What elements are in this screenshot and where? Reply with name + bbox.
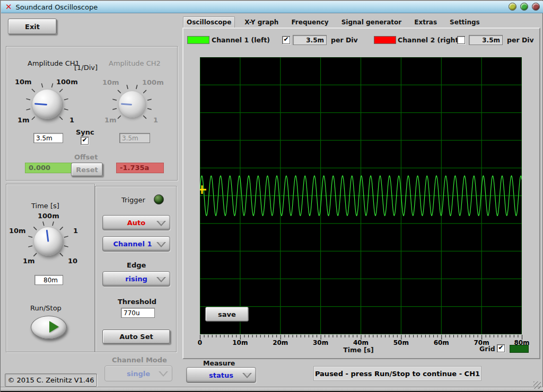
save-button[interactable]: save xyxy=(205,307,249,322)
app-window: ✕ Soundcard Oscilloscope Exit Amplitude … xyxy=(0,0,543,392)
run-stop-label: Run/Stop xyxy=(30,304,62,312)
check-icon: ✔ xyxy=(498,344,503,351)
grid-color-swatch xyxy=(510,345,529,353)
channel1-enable-checkbox[interactable]: ✔ xyxy=(282,36,290,44)
measure-label: Measure xyxy=(203,359,235,367)
maximize-button-icon[interactable] xyxy=(520,3,528,11)
play-icon xyxy=(49,321,59,333)
dropdown-arrow-icon xyxy=(159,371,168,377)
tab-frequency[interactable]: Frequency xyxy=(288,17,331,28)
trigger-group xyxy=(95,186,177,352)
copyright-label: © 2015 C. Zeitnitz V1.46 xyxy=(5,373,97,387)
dropdown-arrow-icon xyxy=(242,373,252,378)
exit-button[interactable]: Exit xyxy=(8,19,57,34)
ch1-scale-1: 1 xyxy=(69,116,74,124)
oscilloscope-display[interactable] xyxy=(200,57,522,334)
app-icon: ✕ xyxy=(5,3,12,11)
threshold-input[interactable]: 770u xyxy=(121,308,155,318)
amplitude-ch2-knob[interactable] xyxy=(119,91,145,118)
tab-bar: Oscilloscope X-Y graph Frequency Signal … xyxy=(183,16,483,28)
channel-mode-value: single xyxy=(127,370,150,378)
time-knob-pointer xyxy=(46,229,49,242)
dropdown-arrow-icon xyxy=(156,242,166,247)
time-axis-tick-label: 20m xyxy=(273,339,288,346)
amplitude-ch1-value-field[interactable]: 3.5m xyxy=(33,133,63,143)
tab-settings[interactable]: Settings xyxy=(446,17,483,28)
trigger-edge-value: rising xyxy=(125,275,147,283)
status-message: Paused - press Run/Stop to continue - CH… xyxy=(313,366,481,381)
threshold-label: Threshold xyxy=(118,298,156,306)
amplitude-ch1-knob[interactable] xyxy=(32,90,62,119)
channel2-per-div-field[interactable]: 3.5m xyxy=(469,35,503,45)
dropdown-arrow-icon xyxy=(156,277,166,282)
channel1-per-div-label: per Div xyxy=(331,36,358,44)
channel1-color-swatch xyxy=(187,36,209,44)
check-icon: ✔ xyxy=(283,35,288,43)
minimize-button-icon[interactable] xyxy=(509,3,516,11)
channel2-enable-checkbox[interactable] xyxy=(457,36,465,44)
amplitude-ch1-knob-pointer xyxy=(34,103,47,105)
sync-label: Sync xyxy=(76,128,94,136)
sync-checkbox[interactable]: ✔ xyxy=(81,137,89,145)
time-axis-tick-label: 60m xyxy=(434,339,449,346)
trigger-source-value: Channel 1 xyxy=(113,240,152,248)
time-axis-tick-label: 10m xyxy=(232,339,248,346)
time-title: Time [s] xyxy=(31,202,59,210)
ch2-scale-10m: 10m xyxy=(102,78,119,86)
amplitude-ch2-title: Amplitude CH2 xyxy=(109,59,161,67)
trigger-led-icon xyxy=(154,194,164,204)
trigger-mode-value: Auto xyxy=(127,219,145,227)
trigger-edge-dropdown[interactable]: rising xyxy=(102,271,170,287)
ch1-scale-1m: 1m xyxy=(17,116,30,124)
tab-xy-graph[interactable]: X-Y graph xyxy=(241,17,282,28)
time-axis-title: Time [s] xyxy=(343,346,374,354)
time-axis-tick-label: 0 xyxy=(198,339,202,346)
amplitude-unit-label: [1/Div] xyxy=(74,64,98,72)
amplitude-ch2-value-field[interactable]: 3.5m xyxy=(119,133,150,143)
trigger-mode-dropdown[interactable]: Auto xyxy=(102,215,170,230)
ch1-scale-100m: 100m xyxy=(56,78,78,86)
channel-mode-dropdown[interactable]: single xyxy=(104,366,172,381)
measure-dropdown[interactable]: status xyxy=(186,367,256,383)
tab-extras[interactable]: Extras xyxy=(411,17,440,28)
grid-label: Grid xyxy=(479,345,495,353)
channel2-legend-label: Channel 2 (right) xyxy=(398,36,461,44)
time-value-field[interactable]: 80m xyxy=(34,275,63,285)
ch1-scale-10m: 10m xyxy=(15,78,32,86)
trigger-source-dropdown[interactable]: Channel 1 xyxy=(102,236,170,252)
check-icon: ✔ xyxy=(82,136,87,144)
ch2-scale-1m: 1m xyxy=(104,116,117,124)
run-stop-button[interactable] xyxy=(31,316,67,339)
grid-checkbox[interactable]: ✔ xyxy=(497,344,505,352)
channel-mode-label: Channel Mode xyxy=(112,356,167,364)
edge-label: Edge xyxy=(127,261,146,269)
offset-reset-button[interactable]: Reset xyxy=(71,163,103,176)
auto-set-button[interactable]: Auto Set xyxy=(102,329,170,344)
channel1-per-div-field[interactable]: 3.5m xyxy=(293,35,327,45)
tab-oscilloscope[interactable]: Oscilloscope xyxy=(183,16,235,28)
resize-grip[interactable] xyxy=(533,381,541,389)
channel2-per-div-label: per Div xyxy=(507,36,534,44)
ch2-scale-1: 1 xyxy=(153,116,158,124)
offset-label: Offset xyxy=(74,153,98,161)
time-scale-1: 1 xyxy=(73,227,78,235)
ch2-scale-100m: 100m xyxy=(142,78,164,86)
measure-value: status xyxy=(209,371,233,379)
title-bar[interactable]: ✕ Soundcard Oscilloscope xyxy=(1,1,543,13)
amplitude-ch1-title: Amplitude CH1 xyxy=(28,59,80,67)
time-axis-tick-label: 30m xyxy=(313,339,328,346)
dropdown-arrow-icon xyxy=(156,221,166,226)
trigger-title: Trigger xyxy=(121,196,145,204)
offset-ch2-value: -1.735a xyxy=(116,163,164,173)
tab-signal-generator[interactable]: Signal generator xyxy=(338,17,405,28)
amplitude-ch2-knob-pointer xyxy=(121,103,132,105)
waveform-chart xyxy=(200,57,522,334)
offset-ch1-value: 0.000 xyxy=(25,163,73,173)
channel2-color-swatch xyxy=(374,36,396,44)
close-button-icon[interactable] xyxy=(532,3,540,11)
time-scale-10m: 10m xyxy=(9,227,26,235)
time-knob[interactable] xyxy=(34,227,63,256)
time-axis-tick-label: 50m xyxy=(393,339,409,346)
window-title: Soundcard Oscilloscope xyxy=(16,3,98,11)
time-axis-tick-label: 40m xyxy=(353,339,369,346)
